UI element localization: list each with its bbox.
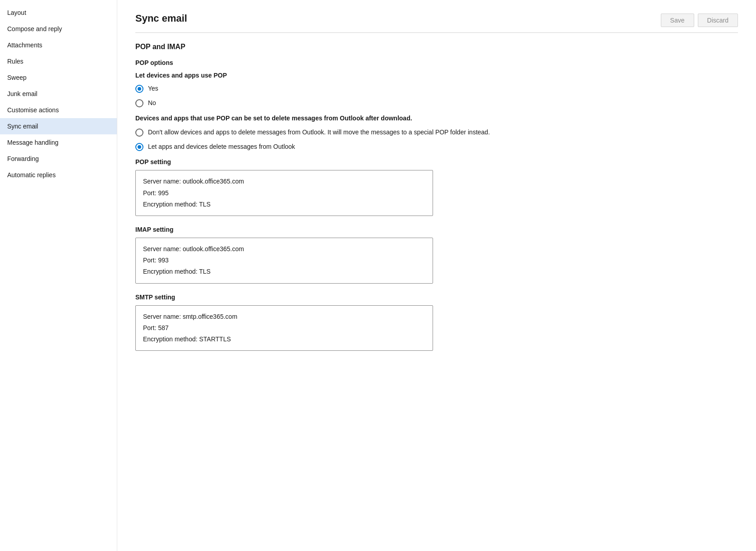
pop-allow-delete-label: Let apps and devices delete messages fro… — [148, 142, 295, 152]
pop-server-name: Server name: outlook.office365.com — [143, 176, 425, 187]
sidebar-item-forwarding[interactable]: Forwarding — [0, 151, 117, 167]
smtp-encryption: Encryption method: STARTTLS — [143, 334, 425, 345]
sidebar-item-rules[interactable]: Rules — [0, 53, 117, 69]
pop-use-radio-group: Yes No — [135, 84, 738, 107]
pop-yes-label: Yes — [148, 84, 158, 93]
pop-yes-option[interactable]: Yes — [135, 84, 738, 93]
pop-yes-radio[interactable] — [135, 85, 143, 93]
pop-imap-section-title: POP and IMAP — [135, 43, 738, 51]
pop-no-label: No — [148, 99, 156, 108]
sidebar-item-layout[interactable]: Layout — [0, 5, 117, 21]
sidebar-item-sweep[interactable]: Sweep — [0, 69, 117, 86]
pop-port: Port: 995 — [143, 188, 425, 199]
header-row: Sync email Save Discard — [135, 13, 738, 27]
smtp-setting-title: SMTP setting — [135, 294, 738, 301]
imap-server-name: Server name: outlook.office365.com — [143, 243, 425, 255]
sidebar-item-message-handling[interactable]: Message handling — [0, 134, 117, 151]
sidebar-item-compose-reply[interactable]: Compose and reply — [0, 21, 117, 37]
smtp-server-name: Server name: smtp.office365.com — [143, 311, 425, 322]
smtp-setting-box: Server name: smtp.office365.com Port: 58… — [135, 305, 433, 351]
imap-setting-section: IMAP setting Server name: outlook.office… — [135, 226, 738, 284]
pop-dont-allow-option[interactable]: Don't allow devices and apps to delete m… — [135, 128, 738, 137]
pop-setting-section: POP setting Server name: outlook.office3… — [135, 158, 738, 216]
divider — [135, 32, 738, 33]
imap-setting-title: IMAP setting — [135, 226, 738, 233]
pop-notice-text: Devices and apps that use POP can be set… — [135, 115, 564, 122]
smtp-setting-section: SMTP setting Server name: smtp.office365… — [135, 294, 738, 351]
sidebar-item-sync-email[interactable]: Sync email — [0, 118, 117, 134]
pop-delete-radio-group: Don't allow devices and apps to delete m… — [135, 128, 738, 151]
pop-setting-title: POP setting — [135, 158, 738, 165]
pop-allow-delete-option[interactable]: Let apps and devices delete messages fro… — [135, 142, 738, 152]
imap-port: Port: 993 — [143, 255, 425, 266]
pop-use-label: Let devices and apps use POP — [135, 72, 738, 79]
header-buttons: Save Discard — [661, 14, 738, 27]
sidebar: Layout Compose and reply Attachments Rul… — [0, 0, 117, 551]
pop-options-section: POP options Let devices and apps use POP… — [135, 59, 738, 151]
imap-encryption: Encryption method: TLS — [143, 266, 425, 277]
pop-no-radio[interactable] — [135, 99, 143, 107]
page-title: Sync email — [135, 13, 187, 24]
sidebar-item-attachments[interactable]: Attachments — [0, 37, 117, 53]
pop-allow-delete-radio[interactable] — [135, 143, 143, 151]
save-button[interactable]: Save — [661, 14, 694, 27]
smtp-port: Port: 587 — [143, 322, 425, 334]
pop-encryption: Encryption method: TLS — [143, 199, 425, 210]
pop-dont-allow-radio[interactable] — [135, 129, 143, 137]
main-content: Sync email Save Discard POP and IMAP POP… — [117, 0, 756, 551]
sidebar-item-automatic-replies[interactable]: Automatic replies — [0, 167, 117, 183]
imap-setting-box: Server name: outlook.office365.com Port:… — [135, 238, 433, 284]
pop-no-option[interactable]: No — [135, 99, 738, 108]
discard-button[interactable]: Discard — [698, 14, 738, 27]
sidebar-item-junk-email[interactable]: Junk email — [0, 86, 117, 102]
pop-options-title: POP options — [135, 59, 738, 66]
sidebar-item-customise-actions[interactable]: Customise actions — [0, 102, 117, 118]
pop-setting-box: Server name: outlook.office365.com Port:… — [135, 170, 433, 216]
pop-dont-allow-label: Don't allow devices and apps to delete m… — [148, 128, 490, 137]
